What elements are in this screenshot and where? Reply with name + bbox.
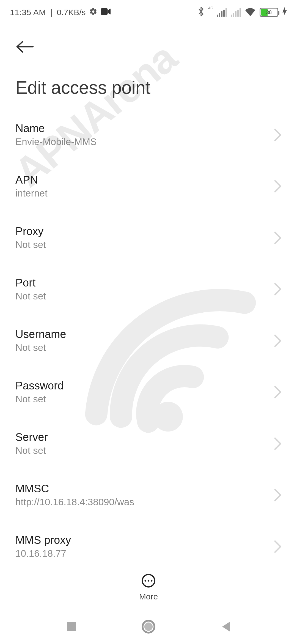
setting-label: Name xyxy=(15,122,97,135)
setting-text: Proxy Not set xyxy=(15,225,46,250)
svg-point-9 xyxy=(144,623,153,631)
chevron-right-icon xyxy=(274,128,282,141)
settings-icon xyxy=(89,7,97,18)
status-net-speed: 0.7KB/s xyxy=(57,8,86,17)
triangle-left-icon xyxy=(220,621,231,633)
signal-bars-1 xyxy=(217,8,227,17)
setting-row-password[interactable]: Password Not set xyxy=(0,366,297,418)
more-button[interactable]: More xyxy=(139,573,158,601)
bluetooth-icon xyxy=(198,7,204,18)
status-left: 11:35 AM | 0.7KB/s xyxy=(10,7,111,18)
square-icon xyxy=(66,621,77,632)
svg-point-6 xyxy=(151,580,152,581)
svg-rect-1 xyxy=(101,8,108,15)
setting-value: Not set xyxy=(15,445,48,456)
setting-label: MMS proxy xyxy=(15,534,71,546)
setting-value: Not set xyxy=(15,342,66,353)
setting-value: Not set xyxy=(15,291,46,302)
setting-row-port[interactable]: Port Not set xyxy=(0,263,297,315)
nav-recent-button[interactable] xyxy=(63,618,80,635)
chevron-right-icon xyxy=(274,180,282,193)
setting-row-apn[interactable]: APN internet xyxy=(0,160,297,212)
setting-value: Envie-Mobile-MMS xyxy=(15,136,97,147)
setting-label: Proxy xyxy=(15,225,46,238)
setting-row-username[interactable]: Username Not set xyxy=(0,315,297,366)
setting-value: Not set xyxy=(15,394,64,405)
status-right: 4G 38 xyxy=(198,7,287,18)
setting-text: MMSC http://10.16.18.4:38090/was xyxy=(15,482,134,507)
battery-icon: 38 xyxy=(260,8,278,17)
svg-point-5 xyxy=(148,580,149,581)
signal-label: 4G xyxy=(208,6,213,10)
setting-text: Port Not set xyxy=(15,277,46,302)
setting-text: Password Not set xyxy=(15,380,64,405)
setting-text: Name Envie-Mobile-MMS xyxy=(15,122,97,147)
svg-point-4 xyxy=(145,580,146,581)
setting-row-proxy[interactable]: Proxy Not set xyxy=(0,212,297,263)
setting-value: 10.16.18.77 xyxy=(15,548,71,559)
setting-row-name[interactable]: Name Envie-Mobile-MMS xyxy=(0,109,297,160)
setting-label: APN xyxy=(15,174,48,186)
setting-value: internet xyxy=(15,188,48,199)
setting-row-mms-proxy[interactable]: MMS proxy 10.16.18.77 xyxy=(0,521,297,572)
bottom-action-bar: More xyxy=(0,565,297,609)
status-bar: 11:35 AM | 0.7KB/s 4G 38 xyxy=(0,0,297,25)
settings-list: Name Envie-Mobile-MMS APN internet Proxy… xyxy=(0,109,297,610)
setting-label: MMSC xyxy=(15,482,134,495)
setting-value: http://10.16.18.4:38090/was xyxy=(15,496,134,507)
svg-rect-7 xyxy=(67,622,76,631)
video-icon xyxy=(101,8,111,17)
arrow-left-icon xyxy=(15,40,35,54)
navigation-bar xyxy=(0,609,297,644)
setting-label: Port xyxy=(15,277,46,289)
chevron-right-icon xyxy=(274,283,282,296)
setting-label: Password xyxy=(15,380,64,392)
setting-text: Server Not set xyxy=(15,431,48,456)
signal-bars-2 xyxy=(231,8,241,17)
setting-label: Username xyxy=(15,328,66,340)
status-separator: | xyxy=(50,8,53,17)
more-icon xyxy=(141,573,156,588)
status-time: 11:35 AM xyxy=(10,8,46,17)
wifi-icon xyxy=(245,7,256,18)
charging-icon xyxy=(282,7,287,18)
setting-text: Username Not set xyxy=(15,328,66,353)
page-title: Edit access point xyxy=(0,61,297,109)
setting-row-server[interactable]: Server Not set xyxy=(0,418,297,469)
chevron-right-icon xyxy=(274,334,282,347)
chevron-right-icon xyxy=(274,386,282,399)
setting-text: APN internet xyxy=(15,174,48,199)
chevron-right-icon xyxy=(274,489,282,502)
battery-percent: 38 xyxy=(260,10,277,15)
setting-text: MMS proxy 10.16.18.77 xyxy=(15,534,71,559)
chevron-right-icon xyxy=(274,437,282,450)
battery-cap xyxy=(278,11,279,15)
nav-home-button[interactable] xyxy=(140,618,157,635)
more-label: More xyxy=(139,592,158,601)
setting-value: Not set xyxy=(15,239,46,250)
chevron-right-icon xyxy=(274,231,282,244)
circle-icon xyxy=(141,620,156,634)
toolbar xyxy=(0,25,297,61)
setting-row-mmsc[interactable]: MMSC http://10.16.18.4:38090/was xyxy=(0,469,297,521)
chevron-right-icon xyxy=(274,540,282,553)
nav-back-button[interactable] xyxy=(217,618,234,635)
back-button[interactable] xyxy=(15,36,37,58)
setting-label: Server xyxy=(15,431,48,443)
